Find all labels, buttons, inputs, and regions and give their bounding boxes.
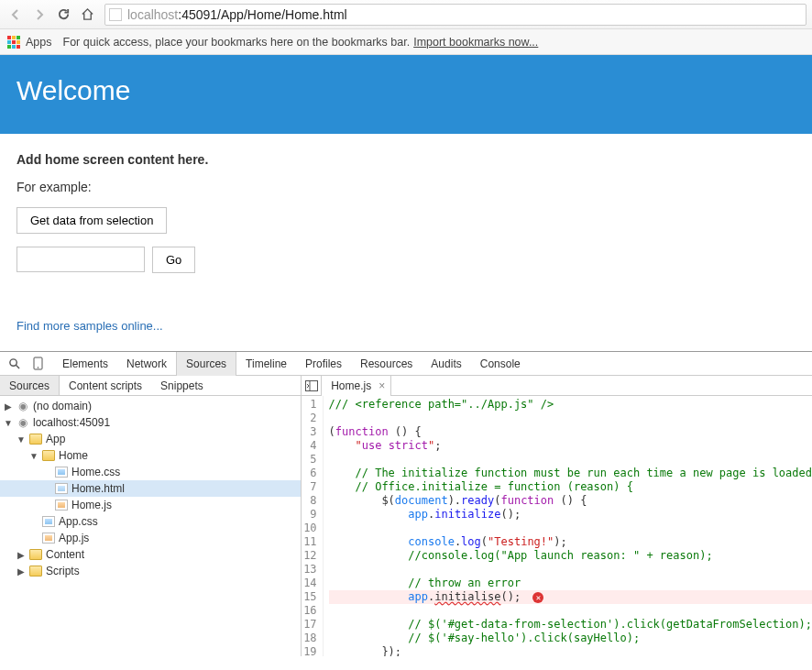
navigator-toggle-icon[interactable] [302,376,322,396]
bookmarks-hint: For quick access, place your bookmarks h… [63,36,411,49]
tree-home-js[interactable]: Home.js [0,497,301,513]
editor-tab-home-js[interactable]: Home.js × [322,376,391,396]
page-title: Welcome [16,75,796,106]
devtools-tab-console[interactable]: Console [471,352,530,376]
tree-home-css[interactable]: Home.css [0,464,301,480]
tree-app-css[interactable]: App.css [0,513,301,530]
address-bar[interactable]: localhost:45091/App/Home/Home.html [104,4,807,26]
tree-app-folder[interactable]: ▼App [0,431,301,447]
devtools-tab-profiles[interactable]: Profiles [296,352,351,376]
devtools-tab-audits[interactable]: Audits [422,352,470,376]
sources-subtab-snippets[interactable]: Snippets [151,376,213,395]
device-icon[interactable] [29,356,46,372]
instruction-text: Add home screen content here. [16,152,796,167]
tree-home-html[interactable]: Home.html [0,480,301,497]
text-input[interactable] [16,247,145,272]
tree-app-js[interactable]: App.js [0,530,301,546]
code-content[interactable]: /// <reference path="../App.js" /> (func… [324,396,812,656]
devtools-tab-resources[interactable]: Resources [351,352,422,376]
back-button[interactable] [5,5,26,25]
svg-rect-4 [305,380,317,390]
apps-label[interactable]: Apps [26,36,52,49]
sources-subtab-content-scripts[interactable]: Content scripts [60,376,151,395]
tree-host[interactable]: ▼◉localhost:45091 [0,414,301,431]
reload-button[interactable] [53,5,73,25]
error-icon: ✕ [532,592,543,603]
devtools-tab-timeline[interactable]: Timeline [236,352,296,376]
tree-no-domain[interactable]: ▶◉(no domain) [0,398,301,414]
go-button[interactable]: Go [152,247,195,273]
tree-home-folder[interactable]: ▼Home [0,447,301,464]
tree-content-folder[interactable]: ▶Content [0,546,301,563]
close-icon[interactable]: × [379,379,385,392]
devtools-tab-sources[interactable]: Sources [176,352,236,376]
svg-point-0 [9,359,16,366]
svg-line-1 [16,365,19,368]
svg-point-3 [37,367,38,368]
samples-link[interactable]: Find more samples online... [16,319,163,333]
tree-scripts-folder[interactable]: ▶Scripts [0,563,301,579]
page-icon [109,8,122,21]
search-icon[interactable] [5,356,22,372]
devtools-tab-network[interactable]: Network [117,352,176,376]
line-gutter: 123456789101112131415161718192021 [302,396,323,656]
get-data-button[interactable]: Get data from selection [16,207,167,234]
apps-icon[interactable] [7,36,20,49]
example-label: For example: [16,180,796,194]
editor-tab-label: Home.js [331,379,371,392]
url-text: localhost:45091/App/Home/Home.html [127,7,347,22]
home-button[interactable] [77,5,97,25]
forward-button[interactable] [29,5,49,25]
sources-subtab-sources[interactable]: Sources [0,376,60,395]
devtools-tab-elements[interactable]: Elements [53,352,117,376]
import-bookmarks-link[interactable]: Import bookmarks now... [413,36,538,49]
